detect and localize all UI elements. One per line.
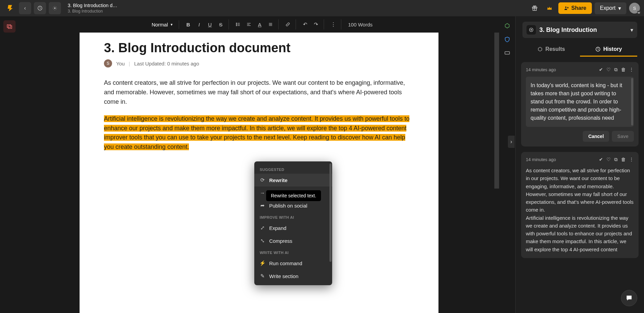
card-content[interactable]: In today's world, content is king - but … xyxy=(526,77,634,127)
tooltip: Rewrite selected text. xyxy=(266,190,321,201)
underline-button[interactable]: U xyxy=(205,19,215,30)
context-menu: SUGGESTED ⟳ Rewrite → ➦ Publish on socia… xyxy=(254,161,332,285)
scrollbar[interactable] xyxy=(494,33,499,189)
crown-icon[interactable] xyxy=(543,2,556,14)
ctx-compress[interactable]: ⤡ Compress xyxy=(254,234,332,247)
svg-point-28 xyxy=(531,29,532,31)
media-rail-button[interactable] xyxy=(3,20,16,33)
svg-point-12 xyxy=(236,23,237,24)
arrow-right-icon: → xyxy=(260,190,265,196)
style-label: Normal xyxy=(152,22,168,27)
check-icon[interactable]: ✔ xyxy=(599,157,603,162)
copy-icon[interactable]: ⧉ xyxy=(614,157,618,162)
pen-icon: ✎ xyxy=(260,273,265,279)
heart-icon[interactable]: ♡ xyxy=(606,67,611,73)
trash-icon[interactable]: 🗑 xyxy=(621,67,626,73)
avatar-letter: S xyxy=(633,6,636,11)
card-actions: ✔ ♡ ⧉ 🗑 ⋮ xyxy=(599,157,634,162)
ctx-run-command[interactable]: ⚡ Run command xyxy=(254,257,332,270)
highlight-button[interactable] xyxy=(265,19,276,30)
breadcrumb-sub: 3. Blog Introduction xyxy=(68,9,526,14)
panel-collapse-button[interactable]: › xyxy=(508,136,515,148)
chat-bubble-button[interactable] xyxy=(621,290,637,306)
doc-title: 3. Blog Introduction document xyxy=(104,41,414,55)
svg-rect-11 xyxy=(8,26,12,28)
doc-body[interactable]: As content creators, we all strive for p… xyxy=(104,78,414,152)
chevron-down-icon: ▾ xyxy=(618,5,621,12)
ctx-heading-write: WRITE WITH AI xyxy=(254,247,332,257)
ctx-expand[interactable]: ⤢ Expand xyxy=(254,221,332,234)
svg-point-6 xyxy=(535,6,536,7)
ctx-write-section[interactable]: ✎ Write section xyxy=(254,270,332,282)
ai-icon[interactable] xyxy=(503,22,511,30)
compress-icon: ⤡ xyxy=(260,238,265,244)
panel-title-icon xyxy=(527,25,536,35)
doc-meta: S You | Last Updated: 0 minutes ago xyxy=(104,59,414,67)
share-label: Share xyxy=(571,5,586,11)
ctx-rewrite[interactable]: ⟳ Rewrite xyxy=(254,174,332,187)
ctx-heading-suggested: SUGGESTED xyxy=(254,164,332,174)
right-panel: 3. Blog Introduction ▾ Results History 1… xyxy=(515,16,644,313)
more-icon[interactable]: ⋮ xyxy=(629,157,634,162)
panel-title-row[interactable]: 3. Blog Introduction ▾ xyxy=(522,22,637,38)
heart-icon[interactable]: ♡ xyxy=(606,157,611,162)
list-button[interactable] xyxy=(233,19,243,30)
svg-point-16 xyxy=(236,25,237,26)
topbar: ‹ 3. Blog Introduction d… 3. Blog Introd… xyxy=(0,0,644,16)
align-button[interactable] xyxy=(244,19,254,30)
meta-divider: | xyxy=(129,61,130,66)
expand-icon: ⤢ xyxy=(260,225,265,231)
breadcrumb-title: 3. Blog Introduction d… xyxy=(68,3,526,8)
gift-icon[interactable] xyxy=(529,2,541,14)
trash-icon[interactable]: 🗑 xyxy=(621,157,626,162)
panel-title: 3. Blog Introduction xyxy=(539,26,627,34)
svg-rect-23 xyxy=(505,52,510,54)
svg-marker-29 xyxy=(538,47,542,51)
redo-button[interactable]: ↷ xyxy=(311,19,321,30)
ctx-compress-label: Compress xyxy=(269,238,292,244)
undo-button[interactable]: ↶ xyxy=(300,19,310,30)
svg-point-7 xyxy=(565,6,566,8)
strike-button[interactable]: S xyxy=(216,19,226,30)
text-color-button[interactable]: A xyxy=(255,19,265,30)
keyboard-icon[interactable] xyxy=(503,49,511,57)
more-icon[interactable]: ⋮ xyxy=(629,67,634,73)
svg-point-14 xyxy=(236,24,237,25)
bold-button[interactable]: B xyxy=(183,19,193,30)
breadcrumb: 3. Blog Introduction d… 3. Blog Introduc… xyxy=(68,3,526,14)
svg-point-5 xyxy=(533,6,535,7)
tab-results[interactable]: Results xyxy=(522,43,580,57)
card-time: 14 minutes ago xyxy=(526,67,556,72)
settings-button[interactable] xyxy=(49,2,61,14)
panel-header: 3. Blog Introduction ▾ Results History xyxy=(516,16,644,57)
card-scrollbar[interactable] xyxy=(631,78,633,125)
ctx-run-label: Run command xyxy=(269,260,302,266)
style-select[interactable]: Normal ▾ xyxy=(148,20,176,29)
panel-body: 14 minutes ago ✔ ♡ ⧉ 🗑 ⋮ In today's worl… xyxy=(516,57,644,313)
italic-button[interactable]: I xyxy=(194,19,204,30)
link-button[interactable] xyxy=(283,19,293,30)
author-label: You xyxy=(116,61,125,66)
check-icon[interactable]: ✔ xyxy=(599,67,603,73)
copy-icon[interactable]: ⧉ xyxy=(614,67,618,73)
history-button[interactable] xyxy=(34,2,46,14)
editor-toolbar: Normal ▾ B I U S A xyxy=(19,16,499,33)
history-card: 14 minutes ago ✔ ♡ ⧉ 🗑 ⋮ As content crea… xyxy=(521,152,639,258)
select-caret-icon: ▾ xyxy=(171,22,173,27)
ctx-expand-label: Expand xyxy=(269,225,286,231)
card-text: As content creators, we all strive for p… xyxy=(526,167,634,253)
share-icon: ➦ xyxy=(260,202,265,209)
app-logo[interactable] xyxy=(4,2,16,14)
avatar[interactable]: S w xyxy=(629,3,640,14)
ctx-scrollbar[interactable] xyxy=(329,163,331,262)
save-button[interactable]: Save xyxy=(612,131,634,142)
more-button[interactable]: ⋮ xyxy=(328,19,338,30)
ctx-rewrite-label: Rewrite xyxy=(269,177,287,183)
shield-icon[interactable] xyxy=(503,35,511,43)
export-button[interactable]: Export ▾ xyxy=(595,2,626,14)
tab-history[interactable]: History xyxy=(580,43,638,57)
share-button[interactable]: Share xyxy=(558,2,592,14)
cancel-button[interactable]: Cancel xyxy=(583,131,609,142)
export-label: Export xyxy=(600,5,616,11)
back-button[interactable]: ‹ xyxy=(19,2,31,14)
